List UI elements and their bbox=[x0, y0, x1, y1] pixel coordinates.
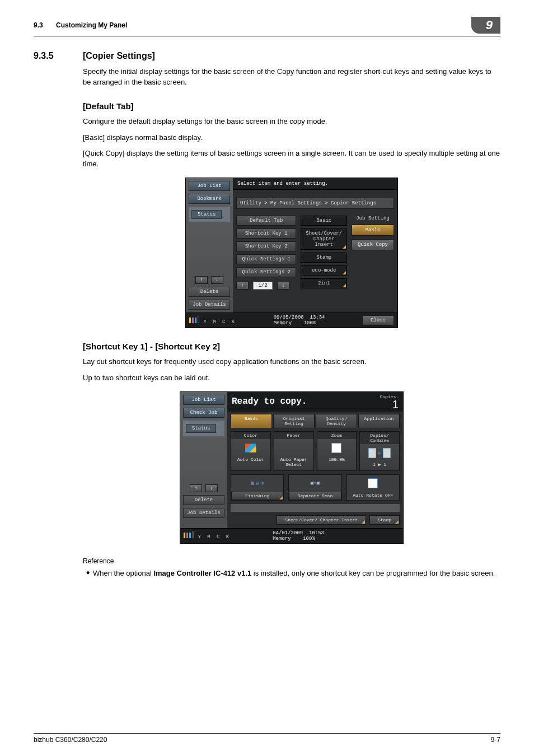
row-quicksettings1-value: eco-mode bbox=[301, 265, 347, 276]
bookmark-button[interactable]: Bookmark bbox=[189, 194, 230, 204]
instruction-message: Select item and enter setting. bbox=[233, 178, 397, 190]
row-default-tab-value: Basic bbox=[301, 216, 347, 226]
row-shortcut1-label[interactable]: Shortcut Key 1 bbox=[236, 228, 296, 239]
scr2-left-column: Job List Check Job Status ↑ ↓ Delete Job… bbox=[180, 392, 227, 528]
screenshot-2-wrap: Job List Check Job Status ↑ ↓ Delete Job… bbox=[83, 391, 500, 544]
scr1-footer: Y M C K 09/05/2008 13:34 Memory 100% Clo… bbox=[186, 312, 397, 328]
row-shortcut2-label[interactable]: Shortcut Key 2 bbox=[236, 241, 296, 251]
job-list-button[interactable]: Job List bbox=[189, 181, 230, 191]
scr1-left-column: Job List Bookmark Status ↑ ↓ Delete Job … bbox=[186, 178, 233, 312]
row-shortcut2-value: Stamp bbox=[301, 253, 347, 263]
staple-icon: ▥ bbox=[251, 480, 254, 486]
status-button[interactable]: Status bbox=[191, 210, 222, 219]
tab-basic[interactable]: Basic bbox=[231, 414, 272, 428]
zoom-panel[interactable]: Zoom 100.0% bbox=[317, 431, 357, 471]
job-details-button[interactable]: Job Details bbox=[189, 300, 230, 310]
scroll-up-button-2[interactable]: ↑ bbox=[190, 484, 202, 492]
row-shortcut1-value: Sheet/Cover/ Chapter Insert bbox=[301, 228, 347, 250]
settings-labels-column: Default Tab Shortcut Key 1 Shortcut Key … bbox=[236, 216, 296, 291]
duplex-panel[interactable]: Duplex/ Combine ▶ 1 ▶ 1 bbox=[359, 431, 400, 471]
job-list-button-2[interactable]: Job List bbox=[183, 395, 224, 405]
page-footer: bizhub C360/C280/C220 9-7 bbox=[34, 733, 500, 744]
scr2-footer: Y M C K 04/01/2009 10:53 Memory 100% bbox=[180, 528, 403, 543]
job-setting-column: Job Setting Basic Quick Copy bbox=[352, 216, 394, 291]
toner-level-icon-2 bbox=[184, 531, 194, 538]
page-header: 9.3 Customizing My Panel 9 bbox=[34, 17, 500, 36]
datetime-memory: 09/05/2008 13:34 Memory 100% bbox=[274, 315, 325, 326]
section-title: [Copier Settings] bbox=[83, 51, 155, 61]
auto-color-icon bbox=[245, 443, 257, 453]
shortcut-heading: [Shortcut Key 1] - [Shortcut Key 2] bbox=[83, 342, 500, 351]
chapter-badge: 9 bbox=[471, 17, 500, 34]
reference-bullet: ● When the optional Image Controller IC-… bbox=[83, 568, 500, 579]
datetime-memory-2: 04/01/2009 10:53 Memory 100% bbox=[273, 530, 324, 542]
header-section-number: 9.3 bbox=[34, 21, 43, 29]
toner-labels-2: Y M C K bbox=[198, 534, 231, 540]
page-indicator: 1/2 bbox=[253, 282, 272, 290]
zoom-icon bbox=[331, 443, 341, 453]
row-default-tab-label[interactable]: Default Tab bbox=[236, 216, 296, 226]
close-button[interactable]: Close bbox=[362, 315, 394, 325]
reference-heading: Reference bbox=[83, 557, 500, 565]
page-down-button[interactable]: ↓ bbox=[277, 282, 289, 290]
scroll-down-button-2[interactable]: ↓ bbox=[205, 484, 218, 492]
job-details-button-2[interactable]: Job Details bbox=[183, 508, 224, 518]
toner-level-icon bbox=[189, 316, 199, 323]
stamp-shortcut[interactable]: Stamp bbox=[369, 515, 400, 525]
screenshot-1-wrap: Job List Bookmark Status ↑ ↓ Delete Job … bbox=[83, 178, 500, 328]
delete-button-2[interactable]: Delete bbox=[183, 495, 224, 505]
screenshot-ready-to-copy: Job List Check Job Status ↑ ↓ Delete Job… bbox=[180, 391, 404, 544]
status-row-2: Status bbox=[183, 421, 224, 436]
row-quicksettings2-value: 2in1 bbox=[301, 278, 347, 288]
section-intro-paragraph: Specify the initial display settings for… bbox=[83, 67, 500, 88]
tab-quality-density[interactable]: Quality/ Density bbox=[316, 414, 357, 428]
duplex-icon: ▶ bbox=[368, 448, 391, 458]
header-left: 9.3 Customizing My Panel bbox=[34, 21, 127, 29]
status-row: Status bbox=[189, 207, 230, 222]
tab-application[interactable]: Application bbox=[358, 414, 400, 428]
scroll-up-button[interactable]: ↑ bbox=[195, 276, 208, 284]
row-quicksettings1-label[interactable]: Quick Settings 1 bbox=[236, 254, 296, 264]
sheet-cover-shortcut[interactable]: Sheet/Cover/ Chapter Insert bbox=[277, 515, 366, 525]
reference-text: When the optional Image Controller IC-41… bbox=[93, 568, 500, 579]
settings-values-column: Basic Sheet/Cover/ Chapter Insert Stamp … bbox=[301, 216, 347, 291]
fold-icon: ◑ bbox=[260, 480, 263, 486]
tab-row: Basic Original Setting Quality/ Density … bbox=[227, 412, 403, 428]
basic-option-button[interactable]: Basic bbox=[352, 225, 394, 236]
screenshot-copier-settings: Job List Bookmark Status ↑ ↓ Delete Job … bbox=[185, 178, 398, 328]
status-button-2[interactable]: Status bbox=[186, 424, 216, 433]
quick-copy-option-button[interactable]: Quick Copy bbox=[352, 239, 394, 250]
shortcut-p2: Up to two shortcut keys can be laid out. bbox=[83, 373, 500, 384]
default-tab-heading: [Default Tab] bbox=[83, 101, 500, 111]
section-number: 9.3.5 bbox=[34, 51, 83, 61]
punch-icon: ◒ bbox=[256, 480, 259, 486]
scroll-down-button[interactable]: ↓ bbox=[211, 276, 223, 284]
copies-display: Copies: 1 bbox=[380, 394, 399, 409]
check-job-button[interactable]: Check Job bbox=[183, 408, 224, 418]
breadcrumb: Utility > My Panel Settings > Copier Set… bbox=[236, 198, 394, 209]
ready-message: Ready to copy. bbox=[232, 396, 307, 407]
delete-button[interactable]: Delete bbox=[189, 287, 230, 297]
separate-scan-button[interactable]: ▣▫▣ Separate Scan bbox=[288, 474, 341, 501]
page-up-button[interactable]: ↑ bbox=[236, 282, 249, 290]
toner-labels: Y M C K bbox=[203, 319, 236, 325]
section-heading-row: 9.3.5 [Copier Settings] bbox=[34, 51, 500, 61]
footer-page-number: 9-7 bbox=[491, 736, 500, 744]
default-tab-p1: Configure the default display settings f… bbox=[83, 116, 500, 127]
default-tab-p2: [Basic] displays normal basic display. bbox=[83, 133, 500, 143]
shortcut-p1: Lay out shortcut keys for frequently use… bbox=[83, 357, 500, 367]
default-tab-p3: [Quick Copy] displays the setting items … bbox=[83, 148, 500, 170]
row-quicksettings2-label[interactable]: Quick Settings 2 bbox=[236, 267, 296, 277]
bullet-icon: ● bbox=[83, 568, 93, 579]
header-section-title: Customizing My Panel bbox=[56, 21, 127, 29]
auto-rotate-icon bbox=[368, 478, 378, 488]
finishing-button[interactable]: ▥ ◒ ◑ Finishing bbox=[231, 474, 284, 501]
separate-scan-icon: ▣▫▣ bbox=[311, 480, 320, 486]
job-setting-title: Job Setting bbox=[352, 216, 394, 221]
auto-rotate-button[interactable]: Auto Rotate OFF bbox=[346, 474, 400, 501]
color-panel[interactable]: Color Auto Color bbox=[231, 431, 271, 471]
footer-model: bizhub C360/C280/C220 bbox=[34, 736, 107, 744]
tab-original-setting[interactable]: Original Setting bbox=[273, 414, 315, 428]
paper-panel[interactable]: Paper Auto Paper Select bbox=[274, 431, 314, 471]
